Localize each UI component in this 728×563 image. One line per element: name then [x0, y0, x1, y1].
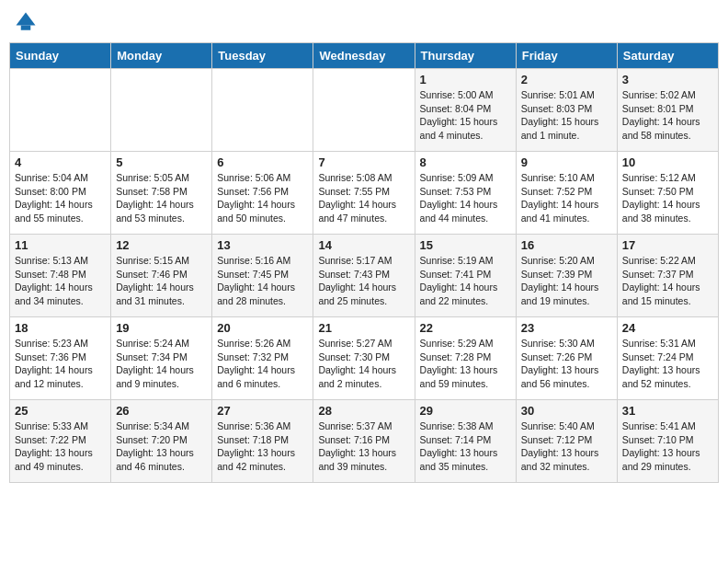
day-number: 14 [318, 238, 409, 252]
day-number: 4 [15, 155, 106, 169]
calendar-cell: 27Sunrise: 5:36 AM Sunset: 7:18 PM Dayli… [212, 400, 313, 483]
calendar-cell: 9Sunrise: 5:10 AM Sunset: 7:52 PM Daylig… [516, 152, 617, 235]
calendar-cell: 20Sunrise: 5:26 AM Sunset: 7:32 PM Dayli… [212, 317, 313, 400]
day-number: 16 [521, 238, 612, 252]
calendar-cell: 15Sunrise: 5:19 AM Sunset: 7:41 PM Dayli… [415, 235, 516, 317]
day-number: 23 [521, 321, 612, 335]
weekday-header-tuesday: Tuesday [212, 43, 313, 69]
calendar-week-row: 18Sunrise: 5:23 AM Sunset: 7:36 PM Dayli… [10, 317, 719, 400]
weekday-header-row: SundayMondayTuesdayWednesdayThursdayFrid… [10, 43, 719, 69]
calendar-cell [212, 69, 313, 152]
day-info: Sunrise: 5:05 AM Sunset: 7:58 PM Dayligh… [116, 171, 207, 225]
day-number: 7 [318, 155, 409, 169]
calendar-cell: 30Sunrise: 5:40 AM Sunset: 7:12 PM Dayli… [516, 400, 617, 483]
day-number: 17 [622, 238, 713, 252]
calendar-cell: 31Sunrise: 5:41 AM Sunset: 7:10 PM Dayli… [617, 400, 718, 483]
day-number: 9 [521, 155, 612, 169]
calendar-cell: 25Sunrise: 5:33 AM Sunset: 7:22 PM Dayli… [10, 400, 111, 483]
calendar-table: SundayMondayTuesdayWednesdayThursdayFrid… [9, 42, 719, 483]
day-info: Sunrise: 5:10 AM Sunset: 7:52 PM Dayligh… [521, 171, 612, 225]
calendar-cell: 2Sunrise: 5:01 AM Sunset: 8:03 PM Daylig… [516, 69, 617, 152]
day-number: 10 [622, 155, 713, 169]
svg-rect-1 [21, 26, 31, 30]
day-number: 21 [318, 321, 409, 335]
day-number: 26 [116, 404, 207, 418]
calendar-cell: 22Sunrise: 5:29 AM Sunset: 7:28 PM Dayli… [415, 317, 516, 400]
calendar-week-row: 25Sunrise: 5:33 AM Sunset: 7:22 PM Dayli… [10, 400, 719, 483]
day-info: Sunrise: 5:02 AM Sunset: 8:01 PM Dayligh… [622, 88, 713, 143]
day-number: 28 [318, 404, 409, 418]
calendar-cell: 28Sunrise: 5:37 AM Sunset: 7:16 PM Dayli… [313, 400, 415, 483]
weekday-header-thursday: Thursday [415, 43, 516, 69]
day-info: Sunrise: 5:33 AM Sunset: 7:22 PM Dayligh… [15, 419, 106, 474]
day-info: Sunrise: 5:09 AM Sunset: 7:53 PM Dayligh… [420, 171, 511, 225]
day-info: Sunrise: 5:26 AM Sunset: 7:32 PM Dayligh… [217, 337, 308, 391]
day-number: 22 [420, 321, 511, 335]
weekday-header-monday: Monday [111, 43, 212, 69]
calendar-cell: 6Sunrise: 5:06 AM Sunset: 7:56 PM Daylig… [212, 152, 313, 235]
day-number: 24 [622, 321, 713, 335]
day-info: Sunrise: 5:24 AM Sunset: 7:34 PM Dayligh… [116, 337, 207, 391]
day-info: Sunrise: 5:38 AM Sunset: 7:14 PM Dayligh… [420, 419, 511, 474]
day-info: Sunrise: 5:04 AM Sunset: 8:00 PM Dayligh… [15, 171, 106, 225]
day-info: Sunrise: 5:37 AM Sunset: 7:16 PM Dayligh… [318, 419, 409, 474]
calendar-cell: 1Sunrise: 5:00 AM Sunset: 8:04 PM Daylig… [415, 69, 516, 152]
calendar-cell: 7Sunrise: 5:08 AM Sunset: 7:55 PM Daylig… [313, 152, 415, 235]
calendar-week-row: 11Sunrise: 5:13 AM Sunset: 7:48 PM Dayli… [10, 235, 719, 317]
calendar-cell: 17Sunrise: 5:22 AM Sunset: 7:37 PM Dayli… [617, 235, 718, 317]
day-info: Sunrise: 5:20 AM Sunset: 7:39 PM Dayligh… [521, 254, 612, 308]
day-info: Sunrise: 5:22 AM Sunset: 7:37 PM Dayligh… [622, 254, 713, 308]
day-info: Sunrise: 5:06 AM Sunset: 7:56 PM Dayligh… [217, 171, 308, 225]
day-number: 19 [116, 321, 207, 335]
weekday-header-wednesday: Wednesday [313, 43, 415, 69]
calendar-cell: 21Sunrise: 5:27 AM Sunset: 7:30 PM Dayli… [313, 317, 415, 400]
calendar-cell [111, 69, 212, 152]
calendar-cell [313, 69, 415, 152]
calendar-cell: 29Sunrise: 5:38 AM Sunset: 7:14 PM Dayli… [415, 400, 516, 483]
calendar-cell: 14Sunrise: 5:17 AM Sunset: 7:43 PM Dayli… [313, 235, 415, 317]
logo [13, 9, 40, 35]
calendar-cell: 24Sunrise: 5:31 AM Sunset: 7:24 PM Dayli… [617, 317, 718, 400]
calendar-cell: 4Sunrise: 5:04 AM Sunset: 8:00 PM Daylig… [10, 152, 111, 235]
weekday-header-friday: Friday [516, 43, 617, 69]
day-number: 3 [622, 73, 713, 86]
calendar-week-row: 4Sunrise: 5:04 AM Sunset: 8:00 PM Daylig… [10, 152, 719, 235]
day-number: 6 [217, 155, 308, 169]
calendar-cell: 10Sunrise: 5:12 AM Sunset: 7:50 PM Dayli… [617, 152, 718, 235]
calendar-cell: 23Sunrise: 5:30 AM Sunset: 7:26 PM Dayli… [516, 317, 617, 400]
day-info: Sunrise: 5:13 AM Sunset: 7:48 PM Dayligh… [15, 254, 106, 308]
calendar-cell: 19Sunrise: 5:24 AM Sunset: 7:34 PM Dayli… [111, 317, 212, 400]
day-info: Sunrise: 5:16 AM Sunset: 7:45 PM Dayligh… [217, 254, 308, 308]
day-info: Sunrise: 5:29 AM Sunset: 7:28 PM Dayligh… [420, 337, 511, 391]
calendar-cell [10, 69, 111, 152]
day-number: 18 [15, 321, 106, 335]
calendar-cell: 26Sunrise: 5:34 AM Sunset: 7:20 PM Dayli… [111, 400, 212, 483]
weekday-header-saturday: Saturday [617, 43, 718, 69]
day-info: Sunrise: 5:23 AM Sunset: 7:36 PM Dayligh… [15, 337, 106, 391]
calendar-cell: 5Sunrise: 5:05 AM Sunset: 7:58 PM Daylig… [111, 152, 212, 235]
day-number: 31 [622, 404, 713, 418]
day-number: 25 [15, 404, 106, 418]
day-info: Sunrise: 5:19 AM Sunset: 7:41 PM Dayligh… [420, 254, 511, 308]
day-number: 30 [521, 404, 612, 418]
calendar-cell: 11Sunrise: 5:13 AM Sunset: 7:48 PM Dayli… [10, 235, 111, 317]
day-number: 2 [521, 73, 612, 86]
day-info: Sunrise: 5:08 AM Sunset: 7:55 PM Dayligh… [318, 171, 409, 225]
calendar-cell: 8Sunrise: 5:09 AM Sunset: 7:53 PM Daylig… [415, 152, 516, 235]
day-number: 15 [420, 238, 511, 252]
calendar-cell: 16Sunrise: 5:20 AM Sunset: 7:39 PM Dayli… [516, 235, 617, 317]
day-info: Sunrise: 5:01 AM Sunset: 8:03 PM Dayligh… [521, 88, 612, 143]
day-number: 13 [217, 238, 308, 252]
calendar-cell: 18Sunrise: 5:23 AM Sunset: 7:36 PM Dayli… [10, 317, 111, 400]
calendar-cell: 3Sunrise: 5:02 AM Sunset: 8:01 PM Daylig… [617, 69, 718, 152]
day-info: Sunrise: 5:15 AM Sunset: 7:46 PM Dayligh… [116, 254, 207, 308]
weekday-header-sunday: Sunday [10, 43, 111, 69]
day-number: 8 [420, 155, 511, 169]
day-info: Sunrise: 5:31 AM Sunset: 7:24 PM Dayligh… [622, 337, 713, 391]
day-info: Sunrise: 5:00 AM Sunset: 8:04 PM Dayligh… [420, 88, 511, 143]
day-number: 1 [420, 73, 511, 86]
day-info: Sunrise: 5:12 AM Sunset: 7:50 PM Dayligh… [622, 171, 713, 225]
day-info: Sunrise: 5:17 AM Sunset: 7:43 PM Dayligh… [318, 254, 409, 308]
page-header [9, 9, 719, 35]
day-number: 27 [217, 404, 308, 418]
